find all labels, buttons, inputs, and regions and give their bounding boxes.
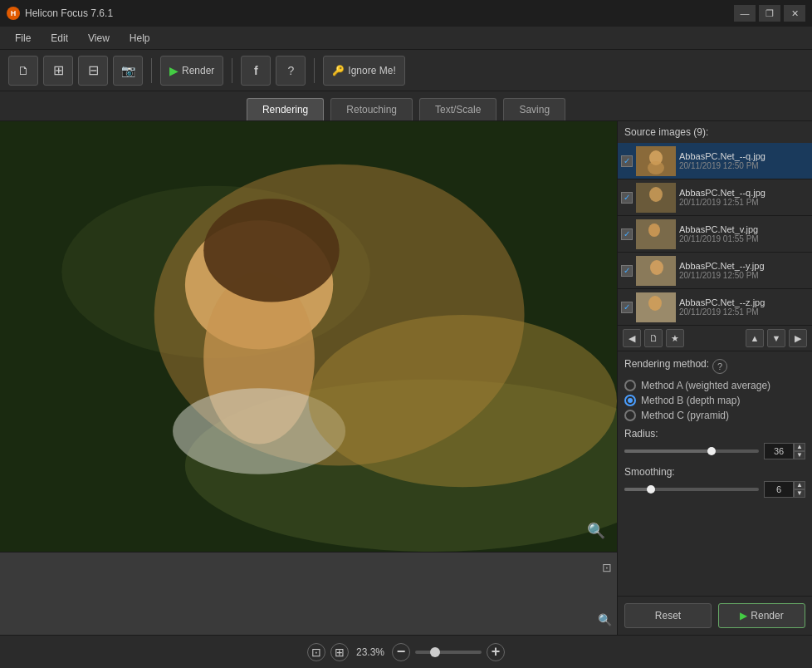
source-checkbox-1[interactable]: ✓ [621, 192, 633, 204]
app-icon: H [7, 7, 20, 20]
menu-edit[interactable]: Edit [42, 29, 76, 47]
panels-button[interactable]: ⊞ [43, 56, 73, 86]
source-delete-btn[interactable]: ★ [666, 329, 684, 347]
source-item[interactable]: ✓ AbbasPC.Net_--y.jpg 20/11/2019 12:50 P… [618, 253, 812, 289]
render-action-button[interactable]: ▶ Render [718, 603, 805, 628]
zoom-out-button[interactable]: − [392, 643, 410, 661]
menu-help[interactable]: Help [121, 29, 159, 47]
source-item[interactable]: ✓ AbbasPC.Net_v.jpg 20/11/2019 01:55 PM [618, 216, 812, 253]
smoothing-spin-arrows: ▲ ▼ [794, 481, 805, 498]
source-info-4: AbbasPC.Net_--z.jpg 20/11/2019 12:51 PM [679, 297, 809, 317]
render-button[interactable]: ▶ Render [160, 56, 223, 86]
source-right-arrow[interactable]: ▶ [789, 329, 807, 347]
photo-background: 🔍 [0, 121, 617, 552]
smoothing-slider-row: 6 ▲ ▼ [624, 481, 805, 498]
source-checkbox-3[interactable]: ✓ [621, 265, 633, 277]
source-info-1: AbbasPC.Net_--q.jpg 20/11/2019 12:51 PM [679, 188, 809, 207]
layout-icon: ⊟ [88, 62, 99, 78]
source-left-arrow[interactable]: ◀ [623, 329, 641, 347]
tab-saving[interactable]: Saving [503, 98, 565, 120]
ignore-button[interactable]: 🔑 Ignore Me! [323, 56, 404, 86]
facebook-icon: f [254, 64, 258, 77]
source-thumb-2 [636, 219, 676, 249]
radius-value[interactable]: 36 [764, 443, 794, 459]
minimize-button[interactable]: — [734, 5, 756, 22]
source-info-0: AbbasPC.Net_--q.jpg 20/11/2019 12:50 PM [679, 151, 809, 170]
smoothing-up[interactable]: ▲ [794, 481, 805, 489]
source-item[interactable]: ✓ AbbasPC.Net_--q.jpg 20/11/2019 12:50 P… [618, 143, 812, 179]
rendering-method-label: Rendering method: [624, 358, 709, 370]
zoom-to-fit-icon[interactable]: 🔍 [587, 522, 607, 542]
smoothing-thumb[interactable] [647, 485, 655, 494]
zoom-slider[interactable] [415, 651, 482, 654]
source-checkbox-2[interactable]: ✓ [621, 228, 633, 240]
zoom-slider-thumb[interactable] [430, 647, 440, 657]
capture-button[interactable]: 📷 [113, 56, 143, 86]
smoothing-track[interactable] [624, 488, 759, 491]
source-checkbox-4[interactable]: ✓ [621, 302, 633, 313]
separator-1 [151, 58, 152, 83]
tab-rendering[interactable]: Rendering [247, 98, 324, 120]
facebook-button[interactable]: f [241, 56, 271, 86]
zoom-fill-button[interactable]: ⊞ [330, 643, 349, 661]
method-a-option[interactable]: Method A (weighted average) [624, 380, 805, 391]
content-area: 🔍 ⊡ 🔍 Source images (9): ✓ [0, 121, 812, 635]
radius-track[interactable] [624, 449, 759, 453]
canvas-strip: ⊡ 🔍 [0, 552, 617, 635]
main-image-area: 🔍 [0, 121, 617, 552]
canvas-right-icon-1[interactable]: ⊡ [602, 561, 612, 574]
maximize-button[interactable]: ❐ [759, 5, 780, 22]
layout-button[interactable]: ⊟ [78, 56, 108, 86]
source-item[interactable]: ✓ AbbasPC.Net_--q.jpg 20/11/2019 12:51 P… [618, 179, 812, 216]
window-controls[interactable]: — ❐ ✕ [734, 5, 805, 22]
source-date-4: 20/11/2019 12:51 PM [679, 307, 809, 317]
tab-textscale[interactable]: Text/Scale [419, 98, 496, 120]
reset-button[interactable]: Reset [624, 603, 712, 628]
radio-b[interactable] [624, 395, 636, 406]
app-title: Helicon Focus 7.6.1 [25, 7, 113, 19]
source-name-2: AbbasPC.Net_v.jpg [679, 224, 809, 234]
method-b-option[interactable]: Method B (depth map) [624, 395, 805, 406]
source-name-4: AbbasPC.Net_--z.jpg [679, 297, 809, 307]
source-item[interactable]: ✓ AbbasPC.Net_--z.jpg 20/11/2019 12:51 P… [618, 289, 812, 326]
smoothing-down[interactable]: ▼ [794, 489, 805, 498]
source-up-btn[interactable]: ▲ [746, 329, 764, 347]
tab-retouching[interactable]: Retouching [330, 98, 413, 120]
menubar: File Edit View Help [0, 27, 812, 50]
source-thumb-3 [636, 256, 676, 286]
svg-point-8 [309, 315, 618, 487]
source-checkbox-0[interactable]: ✓ [621, 155, 633, 167]
play-icon: ▶ [169, 64, 179, 77]
zoom-in-button[interactable]: + [487, 643, 505, 661]
radius-down[interactable]: ▼ [794, 451, 805, 459]
new-button[interactable]: 🗋 [8, 56, 38, 86]
radius-up[interactable]: ▲ [794, 443, 805, 451]
method-c-option[interactable]: Method C (pyramid) [624, 410, 805, 421]
smoothing-value[interactable]: 6 [764, 481, 794, 498]
help-button[interactable]: ? [276, 56, 306, 86]
radio-c[interactable] [624, 410, 636, 421]
canvas-right-icon-2[interactable]: 🔍 [598, 613, 612, 626]
right-panel: Source images (9): ✓ AbbasPC.Net_- [617, 121, 812, 635]
main-layout: 🔍 ⊡ 🔍 Source images (9): ✓ [0, 121, 812, 668]
titlebar-left: H Helicon Focus 7.6.1 [7, 7, 113, 20]
source-down-btn[interactable]: ▼ [767, 329, 785, 347]
source-add-btn[interactable]: 🗋 [644, 329, 663, 347]
menu-file[interactable]: File [7, 29, 39, 47]
zoom-fit-button[interactable]: ⊡ [307, 643, 325, 661]
source-name-0: AbbasPC.Net_--q.jpg [679, 151, 809, 161]
close-button[interactable]: ✕ [784, 5, 805, 22]
source-date-3: 20/11/2019 12:50 PM [679, 271, 809, 280]
menu-view[interactable]: View [80, 29, 118, 47]
key-icon: 🔑 [332, 65, 345, 76]
render-label: Render [182, 65, 214, 76]
source-images-list[interactable]: ✓ AbbasPC.Net_--q.jpg 20/11/2019 12:50 P… [618, 143, 812, 326]
rendering-help-icon[interactable]: ? [712, 359, 727, 374]
radius-spin-arrows: ▲ ▼ [794, 443, 805, 459]
radio-a[interactable] [624, 380, 636, 391]
ignore-label: Ignore Me! [348, 65, 395, 76]
radius-thumb[interactable] [707, 447, 716, 455]
svg-point-13 [649, 187, 663, 202]
method-c-label: Method C (pyramid) [641, 410, 729, 421]
source-info-3: AbbasPC.Net_--y.jpg 20/11/2019 12:50 PM [679, 261, 809, 280]
